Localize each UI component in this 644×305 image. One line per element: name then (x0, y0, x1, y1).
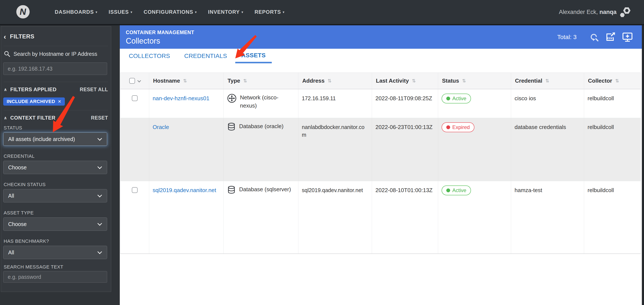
has-benchmark-label: HAS BENCHMARK? (4, 238, 49, 244)
status-select[interactable]: All assets (include archived) (3, 132, 107, 146)
divider (4, 46, 108, 46)
asset-type-text: Database (oracle) (239, 122, 284, 130)
credential-cell: database credentials (511, 118, 584, 181)
sort-icon[interactable]: ⇅ (328, 78, 332, 84)
nav-configurations[interactable]: CONFIGURATIONS ▾ (144, 9, 197, 15)
column-header-status[interactable]: Status⇅ (438, 73, 511, 89)
table-row: sql2019.qadev.nanitor.net Database (sqls… (120, 181, 640, 254)
tab-credentials[interactable]: CREDENTIALS (178, 49, 233, 63)
caret-down-icon: ▾ (283, 10, 285, 14)
caret-down-icon: ▾ (242, 10, 244, 14)
hostname-link[interactable]: nan-dev-hznfi-nexus01 (153, 95, 210, 102)
chip-label: INCLUDE ARCHIVED (7, 99, 55, 104)
search-again-icon[interactable] (588, 32, 599, 42)
search-message-label: SEARCH MESSAGE TEXT (4, 264, 63, 270)
sort-icon[interactable]: ⇅ (462, 78, 466, 84)
hostname-link[interactable]: Oracle (153, 124, 169, 130)
last-activity-cell: 2022-08-11T09:08:25Z (372, 89, 438, 118)
sort-icon[interactable]: ⇅ (615, 78, 619, 84)
svg-text:csv: csv (607, 36, 613, 40)
page: N DASHBOARDS ▾ ISSUES ▾ CONFIGURATIONS ▾… (0, 0, 644, 305)
user-name: Alexander Eck, nanqa (559, 9, 616, 16)
column-header-address[interactable]: Address⇅ (298, 73, 372, 89)
row-checkbox[interactable] (132, 187, 138, 193)
nav-reports-label: REPORTS (254, 9, 281, 15)
export-csv-icon[interactable]: csv (605, 32, 616, 42)
column-header-credential[interactable]: Credential⇅ (511, 73, 584, 89)
filters-panel: ‹ FILTERS Search by Hostname or IP Addre… (1, 26, 111, 292)
row-checkbox[interactable] (132, 95, 138, 101)
hostname-link[interactable]: sql2019.qadev.nanitor.net (153, 187, 216, 194)
status-badge: Active (442, 94, 471, 104)
top-nav: N DASHBOARDS ▾ ISSUES ▾ CONFIGURATIONS ▾… (0, 0, 644, 25)
sort-icon[interactable]: ⇅ (412, 78, 416, 84)
collapse-sidebar-chevron-icon[interactable]: ‹ (4, 33, 6, 40)
status-dot-icon (446, 96, 450, 100)
status-label: STATUS (4, 125, 22, 131)
nav-reports[interactable]: REPORTS ▾ (254, 9, 285, 15)
nav-dashboards[interactable]: DASHBOARDS ▾ (55, 9, 98, 15)
nav-issues[interactable]: ISSUES ▾ (108, 9, 132, 15)
filters-applied-section[interactable]: ∧ FILTERS APPLIED (4, 86, 56, 92)
nav-dashboards-label: DASHBOARDS (55, 9, 94, 15)
assets-table: Hostname⇅ Type⇅ Address⇅ Last Activity⇅ … (120, 72, 641, 254)
add-asset-icon[interactable] (622, 32, 633, 42)
search-label: Search by Hostname or IP Address (14, 51, 97, 57)
sort-icon[interactable]: ⇅ (545, 78, 549, 84)
asset-type-text: Network (cisco-nexus) (240, 94, 292, 110)
nav-inventory[interactable]: INVENTORY ▾ (208, 9, 244, 15)
network-device-icon (227, 94, 236, 103)
last-activity-cell: 2022-08-10T01:00:13Z (372, 181, 438, 254)
column-header-collector[interactable]: Collector⇅ (584, 73, 640, 89)
column-header-type[interactable]: Type⇅ (224, 73, 298, 89)
sort-icon[interactable]: ⇅ (243, 78, 247, 84)
hostname-search-input[interactable] (3, 62, 107, 75)
filters-sidebar: ‹ FILTERS Search by Hostname or IP Addre… (0, 25, 120, 305)
table-row-archived: Oracle Database (oracle) nanlabdbdocker.… (120, 118, 640, 181)
column-header-last-activity[interactable]: Last Activity⇅ (372, 73, 438, 89)
credential-select[interactable]: Choose (3, 161, 107, 174)
collapse-caret-icon: ∧ (4, 87, 7, 92)
reset-button[interactable]: RESET (91, 115, 108, 121)
divider (4, 82, 108, 82)
database-icon (227, 186, 236, 195)
include-archived-chip[interactable]: INCLUDE ARCHIVED ✕ (3, 98, 65, 106)
tab-collectors[interactable]: COLLECTORS (123, 49, 176, 63)
collapse-caret-icon: ∧ (4, 115, 7, 120)
table-row: nan-dev-hznfi-nexus01 Network (cisco-nex… (120, 89, 640, 118)
collector-cell: relbuildcoll (584, 118, 640, 181)
credential-label: CREDENTIAL (4, 154, 34, 159)
credential-cell: hamza-test (511, 181, 584, 254)
filters-applied-title: FILTERS APPLIED (10, 86, 57, 92)
sort-icon[interactable]: ⇅ (183, 78, 187, 84)
chevron-down-icon (98, 250, 102, 254)
database-icon (227, 122, 236, 132)
table-header-row: Hostname⇅ Type⇅ Address⇅ Last Activity⇅ … (120, 73, 640, 89)
bulk-actions-chevron-icon[interactable] (138, 79, 141, 82)
status-dot-icon (446, 125, 450, 129)
tab-bar: COLLECTORS CREDENTIALS ASSETS (120, 49, 642, 63)
reset-all-button[interactable]: RESET ALL (80, 87, 108, 92)
asset-type-label: ASSET TYPE (4, 210, 34, 216)
tab-assets[interactable]: ASSETS (235, 49, 272, 63)
asset-type-text: Database (sqlserver) (239, 186, 291, 194)
caret-down-icon: ▾ (130, 10, 132, 14)
filters-title: FILTERS (10, 33, 34, 40)
user-menu[interactable]: Alexander Eck, nanqa (559, 0, 631, 24)
nanitor-logo[interactable]: N (16, 5, 30, 18)
org-name: nanqa (599, 9, 616, 15)
search-message-input[interactable] (3, 271, 107, 283)
context-filter-section[interactable]: ∧ CONTEXT FILTER (4, 115, 56, 121)
status-badge: Active (442, 186, 471, 195)
chip-close-icon[interactable]: ✕ (58, 99, 62, 104)
asset-type-select[interactable]: Choose (3, 218, 107, 231)
logo-n-glyph: N (19, 7, 27, 16)
column-header-hostname[interactable]: Hostname⇅ (149, 73, 224, 89)
select-all-checkbox[interactable] (129, 78, 135, 84)
context-filter-title: CONTEXT FILTER (10, 115, 56, 121)
checkin-status-select[interactable]: All (3, 189, 107, 202)
caret-down-icon: ▾ (195, 10, 197, 14)
org-hexagons-icon (620, 6, 631, 18)
caret-down-icon: ▾ (96, 10, 98, 14)
has-benchmark-select[interactable]: All (3, 246, 107, 259)
